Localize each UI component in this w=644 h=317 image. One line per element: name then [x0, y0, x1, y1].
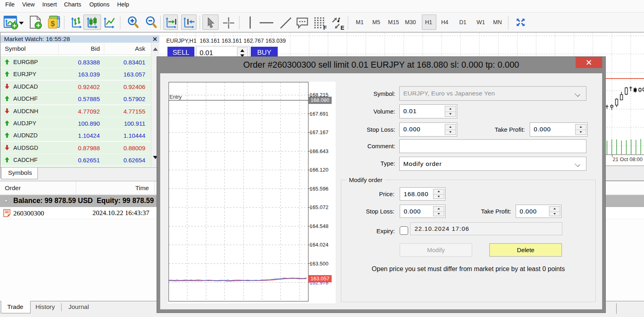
svg-text:E: E: [341, 25, 344, 30]
svg-text:$: $: [51, 19, 55, 28]
svg-text:F: F: [323, 25, 327, 30]
